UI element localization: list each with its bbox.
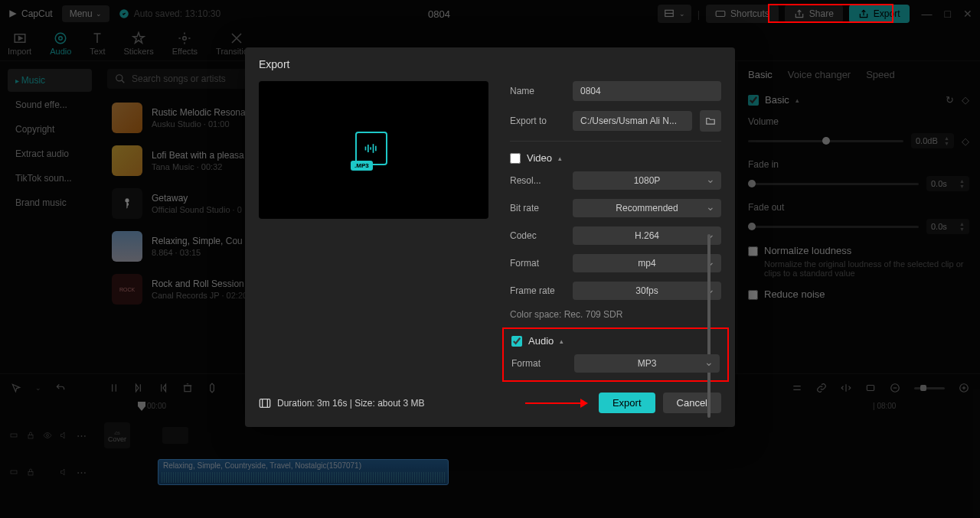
svg-rect-26 [373, 144, 374, 153]
svg-rect-24 [368, 145, 369, 152]
colorspace-label: Color space: Rec. 709 SDR [510, 309, 721, 320]
export-dialog: Export .MP3 Name Export to C:/Users/Usma… [245, 47, 735, 427]
audio-export-checkbox[interactable] [511, 336, 522, 347]
export-duration-info: Duration: 3m 16s | Size: about 3 MB [259, 398, 425, 409]
bitrate-select[interactable]: Recommended [573, 199, 721, 217]
video-format-select[interactable]: mp4 [573, 254, 721, 272]
browse-folder-button[interactable] [700, 110, 721, 132]
svg-rect-28 [260, 399, 270, 407]
audio-format-select[interactable]: MP3 [574, 354, 720, 373]
svg-rect-25 [370, 147, 371, 149]
export-path: C:/Users/Usman Ali N... [573, 111, 692, 131]
scrollbar[interactable] [707, 234, 710, 418]
svg-rect-27 [375, 146, 377, 151]
cancel-button[interactable]: Cancel [663, 393, 721, 413]
export-confirm-button[interactable]: Export [599, 393, 655, 413]
film-icon [259, 398, 271, 409]
resolution-select[interactable]: 1080P [573, 171, 721, 190]
svg-rect-23 [365, 147, 367, 151]
dialog-title: Export [245, 47, 735, 81]
mp3-format-icon: .MP3 [355, 132, 392, 168]
export-preview: .MP3 [259, 81, 488, 219]
video-export-checkbox[interactable] [510, 153, 521, 164]
export-name-input[interactable] [573, 81, 721, 101]
fps-select[interactable]: 30fps [573, 282, 721, 300]
annotation-arrow [525, 402, 586, 404]
codec-select[interactable]: H.264 [573, 226, 721, 245]
